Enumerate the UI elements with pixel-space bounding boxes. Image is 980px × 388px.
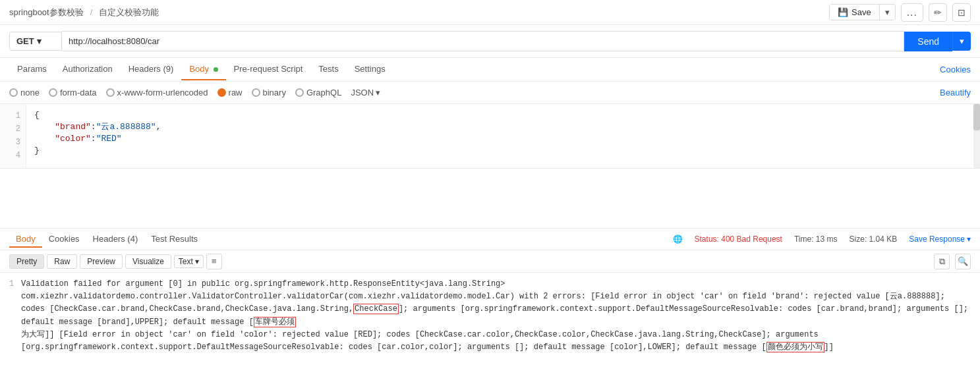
more-options-button[interactable]: ... bbox=[901, 3, 923, 22]
top-bar-right: 💾 Save ▾ ... ✏ ⊡ bbox=[829, 3, 971, 22]
request-tabs: Params Authorization Headers (9) Body Pr… bbox=[9, 59, 393, 80]
radio-form-data-circle bbox=[49, 88, 57, 97]
body-active-dot bbox=[214, 67, 218, 72]
response-tabs: Body Cookies Headers (4) Test Results bbox=[9, 231, 204, 248]
search-response-button[interactable]: 🔍 bbox=[955, 254, 971, 269]
text-format-chevron-icon: ▾ bbox=[195, 257, 199, 266]
top-bar: springboot参数校验 / 自定义校验功能 💾 Save ▾ ... ✏ … bbox=[0, 0, 980, 25]
radio-graphql-circle bbox=[295, 88, 304, 97]
radio-none-circle bbox=[9, 88, 18, 97]
request-tabs-row: Params Authorization Headers (9) Body Pr… bbox=[0, 58, 980, 82]
response-size: Size: 1.04 KB bbox=[850, 235, 898, 244]
tab-pre-request-script[interactable]: Pre-request Script bbox=[226, 59, 311, 80]
cookies-link[interactable]: Cookies bbox=[940, 65, 971, 74]
fmt-tab-preview[interactable]: Preview bbox=[80, 254, 123, 269]
code-editor[interactable]: 1 2 3 4 { "brand":"云a.888888", "color":"… bbox=[0, 104, 980, 169]
send-dropdown-button[interactable]: ▾ bbox=[952, 32, 971, 51]
method-chevron-icon: ▾ bbox=[37, 36, 42, 46]
edit-icon: ✏ bbox=[934, 7, 942, 18]
url-input[interactable] bbox=[62, 31, 904, 51]
url-bar: GET ▾ Send ▾ bbox=[0, 25, 980, 58]
beautify-button[interactable]: Beautify bbox=[940, 88, 971, 97]
tab-headers[interactable]: Headers (9) bbox=[121, 59, 182, 80]
send-button[interactable]: Send bbox=[904, 32, 952, 51]
tab-body[interactable]: Body bbox=[181, 59, 225, 80]
response-status: Status: 400 Bad Request bbox=[695, 235, 782, 244]
line-numbers: 1 2 3 4 bbox=[0, 104, 26, 168]
tab-settings[interactable]: Settings bbox=[347, 59, 393, 80]
save-dropdown-button[interactable]: ▾ bbox=[879, 5, 895, 20]
response-action-icons: ⧉ 🔍 bbox=[934, 254, 971, 269]
response-header: Body Cookies Headers (4) Test Results 🌐 … bbox=[0, 228, 980, 250]
globe-icon: 🌐 bbox=[673, 235, 683, 244]
radio-form-data[interactable]: form-data bbox=[49, 88, 97, 97]
save-response-chevron-icon: ▾ bbox=[967, 235, 971, 244]
code-content[interactable]: { "brand":"云a.888888", "color":"RED" } bbox=[26, 104, 973, 168]
method-select[interactable]: GET ▾ bbox=[9, 32, 62, 51]
layout-icon-button[interactable]: ⊡ bbox=[952, 3, 971, 22]
radio-binary[interactable]: binary bbox=[252, 88, 286, 97]
body-type-options: none form-data x-www-form-urlencoded raw… bbox=[9, 88, 380, 97]
format-tabs: Pretty Raw Preview Visualize Text ▾ ≡ bbox=[9, 254, 222, 269]
tab-tests[interactable]: Tests bbox=[310, 59, 346, 80]
tabs-right-actions: Cookies bbox=[940, 65, 971, 74]
fmt-tab-visualize[interactable]: Visualize bbox=[125, 254, 171, 269]
radio-urlencoded-circle bbox=[106, 88, 115, 97]
resp-tab-cookies[interactable]: Cookies bbox=[42, 231, 86, 248]
save-label: Save bbox=[851, 7, 871, 17]
response-meta: 🌐 Status: 400 Bad Request Time: 13 ms Si… bbox=[673, 235, 971, 244]
radio-urlencoded[interactable]: x-www-form-urlencoded bbox=[106, 88, 208, 97]
radio-raw[interactable]: raw bbox=[217, 88, 243, 97]
resp-tab-test-results[interactable]: Test Results bbox=[144, 231, 204, 248]
tab-authorization[interactable]: Authorization bbox=[55, 59, 121, 80]
wrap-text-button[interactable]: ≡ bbox=[206, 254, 222, 269]
breadcrumb-part2: 自定义校验功能 bbox=[99, 7, 159, 18]
radio-raw-circle bbox=[217, 88, 226, 97]
copy-response-button[interactable]: ⧉ bbox=[934, 254, 950, 269]
resp-tab-headers[interactable]: Headers (4) bbox=[86, 231, 145, 248]
save-button-group[interactable]: 💾 Save ▾ bbox=[829, 4, 896, 20]
save-button[interactable]: 💾 Save bbox=[830, 5, 879, 20]
json-chevron-icon: ▾ bbox=[376, 88, 380, 97]
radio-graphql[interactable]: GraphQL bbox=[295, 88, 341, 97]
response-body-text: Validation failed for argument [0] in pu… bbox=[16, 273, 980, 359]
json-format-select[interactable]: JSON ▾ bbox=[351, 88, 380, 97]
fmt-tab-pretty[interactable]: Pretty bbox=[9, 254, 44, 269]
response-body-container: 1 Validation failed for argument [0] in … bbox=[0, 273, 980, 359]
breadcrumb-separator: / bbox=[90, 7, 93, 17]
breadcrumb-part1: springboot参数校验 bbox=[9, 7, 84, 18]
response-line-numbers: 1 bbox=[0, 273, 16, 359]
breadcrumb: springboot参数校验 / 自定义校验功能 bbox=[9, 7, 159, 18]
response-format-row: Pretty Raw Preview Visualize Text ▾ ≡ ⧉ … bbox=[0, 250, 980, 273]
text-format-select[interactable]: Text ▾ bbox=[174, 255, 204, 268]
edit-icon-button[interactable]: ✏ bbox=[929, 3, 947, 22]
resp-tab-body[interactable]: Body bbox=[9, 231, 42, 248]
layout-icon: ⊡ bbox=[958, 7, 966, 18]
save-response-button[interactable]: Save Response ▾ bbox=[909, 235, 971, 244]
radio-binary-circle bbox=[252, 88, 260, 97]
tab-params[interactable]: Params bbox=[9, 59, 55, 80]
radio-none[interactable]: none bbox=[9, 88, 40, 97]
response-time: Time: 13 ms bbox=[794, 235, 838, 244]
send-button-group: Send ▾ bbox=[904, 32, 971, 51]
body-options-row: none form-data x-www-form-urlencoded raw… bbox=[0, 82, 980, 104]
fmt-tab-raw[interactable]: Raw bbox=[47, 254, 77, 269]
save-disk-icon: 💾 bbox=[838, 7, 848, 17]
editor-empty-space bbox=[0, 169, 980, 228]
editor-scrollbar[interactable] bbox=[973, 104, 980, 168]
method-label: GET bbox=[16, 36, 34, 46]
